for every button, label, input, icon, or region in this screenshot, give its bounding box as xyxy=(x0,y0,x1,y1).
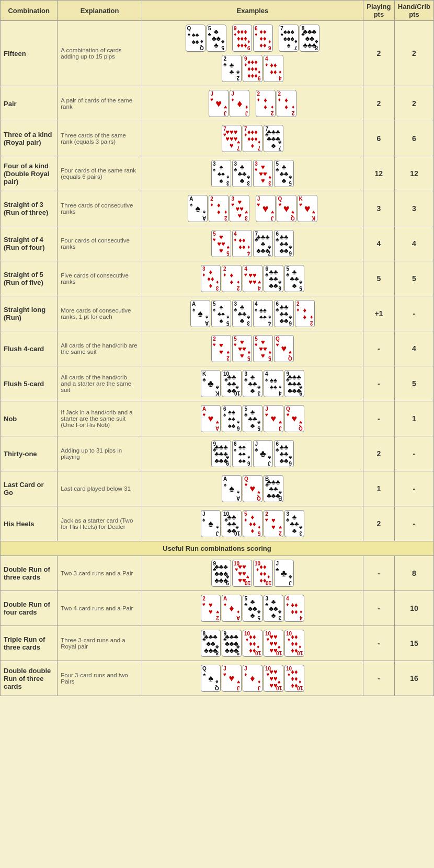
explanation-flush4: All cards of the hand/crib are the same … xyxy=(58,331,142,366)
combo-triple-run3: Triple Run of three cards xyxy=(1,626,58,661)
examples-straight3: A♠♠A♠ 2♦♦♦2♦ 3♥♥♥♥♥3♥ J♥♥J♥ Q♥♥Q♥ K♥♥K♥ xyxy=(142,191,363,226)
row-double-run4: Double Run of four cards Two 4-card runs… xyxy=(1,591,434,626)
row-four-kind: Four of a kind (Double Royal pair) Four … xyxy=(1,156,434,191)
examples-last-card: A♠♠A♠ Q♥♥Q♥ B♣♣♣♣♣♣♣♣♣B♣ xyxy=(142,471,363,506)
combo-his-heels: His Heels xyxy=(1,506,58,541)
explanation-three-kind: Three cards of the same rank (equals 3 p… xyxy=(58,121,142,156)
combo-double-run3: Double Run of three cards xyxy=(1,556,58,591)
hand-pts-straight-long: - xyxy=(394,296,433,331)
explanation-fifteen: A combination of cards adding up to 15 p… xyxy=(58,21,142,86)
hand-pts-nob: 1 xyxy=(394,401,433,436)
combo-fifteen: Fifteen xyxy=(1,21,58,86)
hand-pts-three-kind: 6 xyxy=(394,121,433,156)
examples-thirty-one: 9♣♣♣♣♣♣♣♣♣♣9♣ 6♠♠♠♠♠♠♠6♠ J♣♣J♣ 6♣♣♣♣♣♣♣6… xyxy=(142,436,363,471)
row-three-kind: Three of a kind (Royal pair) Three cards… xyxy=(1,121,434,156)
examples-double-run3: 9♣♣♣♣♣♣♣♣♣♣9♣ 10♥♥♥♥♥♥♥10♥ 10♦♦♦♦♦♦♦10♦ … xyxy=(142,556,363,591)
playing-pts-flush4: - xyxy=(363,331,394,366)
combo-nob: Nob xyxy=(1,401,58,436)
explanation-pair: A pair of cards of the same rank xyxy=(58,86,142,121)
examples-triple-run3: 8♣♣♣♣♣♣♣♣♣8♣ 9♣♣♣♣♣♣♣♣♣♣9♣ 10♦♦♦♦♦♦♦10♦ … xyxy=(142,626,363,661)
combo-four-kind: Four of a kind (Double Royal pair) xyxy=(1,156,58,191)
playing-pts-triple-run3: - xyxy=(363,626,394,661)
row-double-double-run3: Double double Run of three cards Four 3-… xyxy=(1,661,434,696)
playing-pts-his-heels: 2 xyxy=(363,506,394,541)
hand-pts-his-heels: - xyxy=(394,506,433,541)
row-his-heels: His Heels Jack as a starter card (Two fo… xyxy=(1,506,434,541)
playing-pts-four-kind: 12 xyxy=(363,156,394,191)
combo-straight3: Straight of 3 (Run of three) xyxy=(1,191,58,226)
row-fifteen: Fifteen A combination of cards adding up… xyxy=(1,21,434,86)
hand-pts-fifteen: 2 xyxy=(394,21,433,86)
examples-flush4: 2♥♥♥2♥ 5♥♥♥♥♥5♥ 5♥♥♥♥♥5♥ Q♥♥Q♥ xyxy=(142,331,363,366)
header-explanation: Explanation xyxy=(58,1,142,21)
hand-pts-last-card: - xyxy=(394,471,433,506)
combo-flush4: Flush 4-card xyxy=(1,331,58,366)
explanation-straight4: Four cards of consecutive ranks xyxy=(58,226,142,261)
section-useful-runs: Useful Run combinations scoring xyxy=(1,541,434,556)
hand-pts-four-kind: 12 xyxy=(394,156,433,191)
row-straight5: Straight of 5 (Run of five) Five cards o… xyxy=(1,261,434,296)
combo-straight-long: Straight long (Run) xyxy=(1,296,58,331)
hand-pts-straight5: 5 xyxy=(394,261,433,296)
explanation-last-card: Last card played below 31 xyxy=(58,471,142,506)
header-hand-pts: Hand/Crib pts xyxy=(394,1,433,21)
examples-straight-long: A♠♠A♠ 5♠♠♠♠♠5♠ 3♣♣♣♣♣3♣ 4♠♠♠♠♠4♠ 6♣♣♣♣♣♣… xyxy=(142,296,363,331)
row-straight-long: Straight long (Run) More cards of consec… xyxy=(1,296,434,331)
cribbage-combinations-table: Combination Explanation Examples Playing… xyxy=(0,0,434,696)
row-last-card: Last Card or Go Last card played below 3… xyxy=(1,471,434,506)
combo-straight5: Straight of 5 (Run of five) xyxy=(1,261,58,296)
playing-pts-double-double-run3: - xyxy=(363,661,394,696)
row-pair: Pair A pair of cards of the same rank J♥… xyxy=(1,86,434,121)
explanation-straight-long: More cards of consecutive ranks, 1 pt fo… xyxy=(58,296,142,331)
explanation-his-heels: Jack as a starter card (Two for His Heel… xyxy=(58,506,142,541)
combo-three-kind: Three of a kind (Royal pair) xyxy=(1,121,58,156)
combo-pair: Pair xyxy=(1,86,58,121)
explanation-double-double-run3: Four 3-card runs and two Pairs xyxy=(58,661,142,696)
examples-fifteen: Q♠♠♠♠♠Q♠ 5♣♣♣♣♣5♣ 9♦♦♦♦♦♦♦♦♦♦9♦ 6♦♦♦♦♦♦♦… xyxy=(142,21,363,86)
section-useful-label: Useful Run combinations scoring xyxy=(1,541,434,556)
header-examples: Examples xyxy=(142,1,363,21)
combo-thirty-one: Thirty-one xyxy=(1,436,58,471)
playing-pts-double-run3: - xyxy=(363,556,394,591)
hand-pts-flush5: 5 xyxy=(394,366,433,401)
explanation-double-run4: Two 4-card runs and a Pair xyxy=(58,591,142,626)
explanation-nob: If Jack in a hand/crib and a starter are… xyxy=(58,401,142,436)
playing-pts-thirty-one: 2 xyxy=(363,436,394,471)
explanation-four-kind: Four cards of the same rank (equals 6 pa… xyxy=(58,156,142,191)
explanation-straight5: Five cards of consecutive ranks xyxy=(58,261,142,296)
playing-pts-last-card: 1 xyxy=(363,471,394,506)
row-thirty-one: Thirty-one Adding up to 31 pips in playi… xyxy=(1,436,434,471)
hand-pts-double-run3: 8 xyxy=(394,556,433,591)
examples-flush5: K♣♣K♣ 10♣♣♣♣♣♣♣10♣ 3♣♣♣♣♣3♣ 4♠♠♠♠♠4♠ 9♣♣… xyxy=(142,366,363,401)
row-double-run3: Double Run of three cards Two 3-card run… xyxy=(1,556,434,591)
row-straight3: Straight of 3 (Run of three) Three cards… xyxy=(1,191,434,226)
header-playing-pts: Playing pts xyxy=(363,1,394,21)
hand-pts-pair: 2 xyxy=(394,86,433,121)
playing-pts-straight5: 5 xyxy=(363,261,394,296)
examples-four-kind: 3♠♠♠♠♠3♠ 3♣♣♣♣♣3♣ 3♥♥♥♥♥3♥ 5♣♣♣♣♣5♣ xyxy=(142,156,363,191)
explanation-thirty-one: Adding up to 31 pips in playing xyxy=(58,436,142,471)
playing-pts-straight3: 3 xyxy=(363,191,394,226)
combo-flush5: Flush 5-card xyxy=(1,366,58,401)
explanation-flush5: All cards of the hand/crib and a starter… xyxy=(58,366,142,401)
row-flush5: Flush 5-card All cards of the hand/crib … xyxy=(1,366,434,401)
row-straight4: Straight of 4 (Run of four) Four cards o… xyxy=(1,226,434,261)
row-nob: Nob If Jack in a hand/crib and a starter… xyxy=(1,401,434,436)
combo-double-double-run3: Double double Run of three cards xyxy=(1,661,58,696)
explanation-straight3: Three cards of consecutive ranks xyxy=(58,191,142,226)
playing-pts-fifteen: 2 xyxy=(363,21,394,86)
explanation-triple-run3: Three 3-card runs and a Royal pair xyxy=(58,626,142,661)
hand-pts-double-run4: 10 xyxy=(394,591,433,626)
examples-his-heels: J♠♠J♠ 10♣♣♣♣♣♣♣10♣ 5♦♦♦♦♦5♦ 2♥♥♥2♥ 3♣♣♣♣… xyxy=(142,506,363,541)
header-combination: Combination xyxy=(1,1,58,21)
examples-straight4: 5♥♥♥♥♥5♥ 4♦♦♦♦♦4♦ 7♣♣♣♣♣♣♣♣7♣ 6♣♣♣♣♣♣♣6♣ xyxy=(142,226,363,261)
row-flush4: Flush 4-card All cards of the hand/crib … xyxy=(1,331,434,366)
hand-pts-straight3: 3 xyxy=(394,191,433,226)
hand-pts-straight4: 4 xyxy=(394,226,433,261)
playing-pts-straight-long: +1 xyxy=(363,296,394,331)
examples-straight5: 3♦♦♦♦♦3♦ 2♦♦♦2♦ 4♥♥♥♥♥4♥ 6♣♣♣♣♣♣♣6♣ 5♣♣♣… xyxy=(142,261,363,296)
playing-pts-pair: 2 xyxy=(363,86,394,121)
examples-three-kind: 7♥♥♥♥♥♥♥♥7♥ 7♦♦♦♦♦♦♦♦7♦ 7♣♣♣♣♣♣♣♣7♣ xyxy=(142,121,363,156)
row-triple-run3: Triple Run of three cards Three 3-card r… xyxy=(1,626,434,661)
hand-pts-flush4: 4 xyxy=(394,331,433,366)
